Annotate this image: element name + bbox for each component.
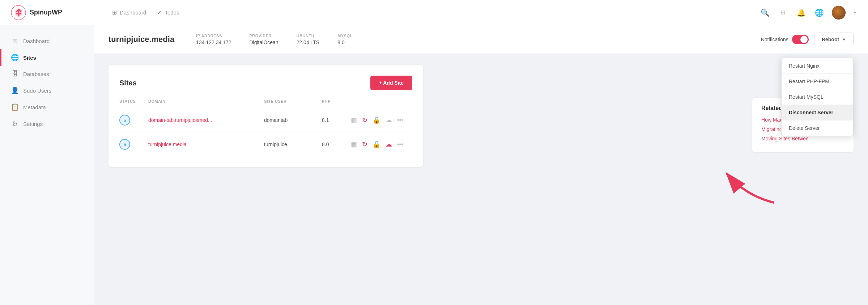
avatar-chevron[interactable]: ▼ [853,10,857,15]
table-header: STATUS DOMAIN SITE USER PHP [119,99,412,108]
sidebar-item-databases[interactable]: 🗄 Databases [0,66,94,82]
dashboard-icon: ⊞ [11,37,19,45]
domain-link-2[interactable]: turnipjuice.media [148,141,187,147]
content-area: turnipjuice.media IP ADDRESS 134.122.34.… [94,25,868,305]
site-actions-2: ▦ ↻ 🔒 ☁ ••• [351,140,412,148]
provider-label: PROVIDER [249,34,278,38]
ubuntu-value: 22.04 LTS [297,39,320,45]
server-header: turnipjuice.media IP ADDRESS 134.122.34.… [94,25,868,54]
cache-icon-2[interactable]: ▦ [351,140,357,148]
server-name: turnipjuice.media [109,35,174,44]
top-nav-right: 🔍 ⚙ 🔔 🌐 ▼ [760,6,857,20]
mysql-group: MYSQL 8.0 [337,34,353,45]
ip-group: IP ADDRESS 134.122.34.172 [196,34,231,45]
domain-link-1[interactable]: domain-tab.turnipjuicemed... [148,117,212,123]
main-content: Sites + Add Site STATUS DOMAIN SITE USER… [94,54,868,178]
nav-todos[interactable]: ✔ Todos [157,9,179,16]
domain-cell-1: domain-tab.turnipjuicemed... [148,117,264,123]
php-version-2: 8.0 [322,141,351,147]
sites-card-header: Sites + Add Site [119,76,412,90]
cloud-upload-icon[interactable]: ☁ [386,140,392,148]
top-nav-center: ⊞ Dashboard ✔ Todos [105,9,760,16]
col-domain: DOMAIN [148,99,264,103]
dropdown-menu: Restart Nginx Restart PHP-FPM Restart My… [781,58,854,136]
nav-dashboard[interactable]: ⊞ Dashboard [112,9,146,16]
doc-link-3[interactable]: Moving Sites Betwee [761,136,844,141]
refresh-icon-2[interactable]: ↻ [362,140,367,148]
metadata-icon: 📋 [11,103,19,111]
status-cell-1: 5 [119,115,148,126]
php-version-1: 8.1 [322,117,351,123]
col-php: PHP [322,99,351,103]
dropdown-restart-php[interactable]: Restart PHP-FPM [782,74,853,89]
dashboard-icon: ⊞ [112,9,117,16]
cache-icon[interactable]: ▦ [351,116,357,124]
dropdown-restart-nginx[interactable]: Restart Nginx [782,58,853,74]
main-layout: ⊞ Dashboard 🌐 Sites 🗄 Databases 👤 Sudo U… [0,25,868,305]
settings-icon[interactable]: ⚙ [778,9,788,17]
reboot-button[interactable]: Reboot ▼ [814,33,854,46]
globe-icon[interactable]: 🌐 [814,8,825,17]
provider-value: DigitalOcean [249,39,278,45]
red-arrow-indicator [716,163,781,206]
add-site-button[interactable]: + Add Site [370,76,412,90]
spinupwp-logo [11,5,26,20]
site-actions-1: ▦ ↻ 🔒 ☁ ••• [351,116,412,124]
server-meta: IP ADDRESS 134.122.34.172 PROVIDER Digit… [196,34,739,45]
app-name: SpinupWP [30,9,62,16]
bell-icon[interactable]: 🔔 [796,8,807,17]
sidebar-item-sudo-users[interactable]: 👤 Sudo Users [0,82,94,99]
ip-label: IP ADDRESS [196,34,231,38]
mysql-value: 8.0 [337,39,353,45]
sudo-users-icon: 👤 [11,86,19,94]
more-actions-icon-2[interactable]: ••• [397,141,403,148]
sites-icon: 🌐 [11,54,19,62]
sidebar-item-sites[interactable]: 🌐 Sites [0,49,94,66]
sidebar-item-settings[interactable]: ⚙ Settings [0,115,94,132]
notifications-toggle: Notifications [761,35,809,44]
top-nav: SpinupWP ⊞ Dashboard ✔ Todos 🔍 ⚙ 🔔 🌐 ▼ [0,0,868,25]
databases-icon: 🗄 [11,70,19,78]
refresh-icon[interactable]: ↻ [362,116,367,124]
chevron-down-icon: ▼ [842,37,846,42]
ip-value: 134.122.34.172 [196,39,231,45]
avatar[interactable] [832,6,846,20]
col-site-user: SITE USER [264,99,322,103]
sites-card: Sites + Add Site STATUS DOMAIN SITE USER… [109,65,423,167]
settings-icon: ⚙ [11,120,19,128]
toggle-switch[interactable] [792,35,809,44]
logo-area: SpinupWP [11,5,105,20]
status-badge-1: 5 [119,115,130,126]
search-icon[interactable]: 🔍 [760,8,770,17]
dropdown-disconnect-server[interactable]: Disconnect Server [782,105,853,120]
lock-icon-2[interactable]: 🔒 [373,140,380,148]
col-status: STATUS [119,99,148,103]
status-badge-2: 5 [119,139,130,150]
lock-icon[interactable]: 🔒 [373,116,380,124]
col-actions [351,99,412,103]
avatar-image [832,6,846,20]
sites-title: Sites [119,79,137,87]
mysql-label: MYSQL [337,34,353,38]
domain-cell-2: turnipjuice.media [148,141,264,148]
table-row: 5 domain-tab.turnipjuicemed... domaintab… [119,108,412,132]
cloud-icon[interactable]: ☁ [386,116,392,124]
more-actions-icon-1[interactable]: ••• [397,117,403,123]
site-user-2: turnipjuice [264,141,322,147]
todos-icon: ✔ [157,9,162,16]
server-actions: Notifications Reboot ▼ [761,33,854,46]
provider-group: PROVIDER DigitalOcean [249,34,278,45]
dropdown-restart-mysql[interactable]: Restart MySQL [782,89,853,105]
notifications-label: Notifications [761,37,788,42]
ubuntu-label: UBUNTU [297,34,320,38]
sidebar-item-metadata[interactable]: 📋 Metadata [0,99,94,115]
sidebar: ⊞ Dashboard 🌐 Sites 🗄 Databases 👤 Sudo U… [0,25,94,305]
toggle-knob [800,36,808,43]
status-cell-2: 5 [119,139,148,150]
sidebar-item-dashboard[interactable]: ⊞ Dashboard [0,33,94,49]
dropdown-delete-server[interactable]: Delete Server [782,120,853,136]
table-row: 5 turnipjuice.media turnipjuice 8.0 ▦ ↻ … [119,132,412,156]
site-user-1: domaintab [264,117,322,123]
ubuntu-group: UBUNTU 22.04 LTS [297,34,320,45]
